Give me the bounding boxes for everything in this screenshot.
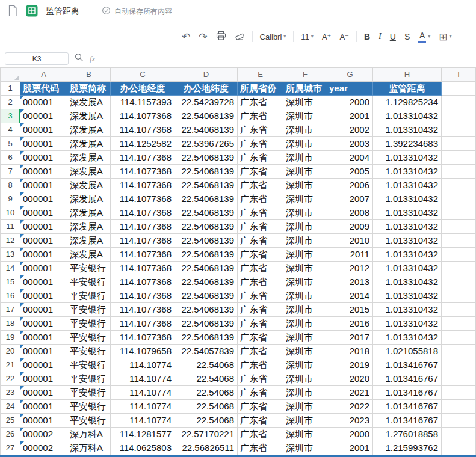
- cell[interactable]: 000001: [20, 96, 67, 109]
- bottom-scrollbar[interactable]: [0, 455, 476, 457]
- cell[interactable]: [442, 317, 476, 331]
- cell[interactable]: 深圳市: [283, 165, 327, 179]
- cell[interactable]: 深圳市: [283, 123, 327, 137]
- cell[interactable]: 22.54068139: [175, 206, 238, 220]
- cell[interactable]: 000001: [20, 400, 67, 414]
- cell[interactable]: 22.54239728: [175, 96, 238, 109]
- cell[interactable]: 1.013416767: [373, 358, 442, 372]
- cell[interactable]: 000001: [20, 206, 67, 220]
- cell[interactable]: 114.1077368: [111, 303, 175, 317]
- cell[interactable]: 广东省: [238, 372, 283, 386]
- cell[interactable]: 000001: [20, 262, 67, 275]
- cell[interactable]: 114.1077368: [111, 206, 175, 220]
- cell[interactable]: 1.013310432: [373, 331, 442, 345]
- row-header-12[interactable]: 12: [1, 234, 20, 248]
- cell[interactable]: 114.1077368: [111, 248, 175, 262]
- cell[interactable]: 114.1281577: [111, 428, 175, 441]
- font-size-select[interactable]: 11 ▾: [300, 31, 315, 43]
- print-button[interactable]: [215, 29, 227, 44]
- cell[interactable]: 2000: [327, 428, 373, 441]
- cell[interactable]: 1.013310432: [373, 109, 442, 123]
- cell[interactable]: 000001: [20, 386, 67, 400]
- cell[interactable]: 深圳市: [283, 358, 327, 372]
- cell[interactable]: 2000: [327, 96, 373, 109]
- redo-button[interactable]: ↷: [197, 30, 208, 44]
- cell[interactable]: 深万科A: [67, 441, 111, 455]
- cell[interactable]: 2010: [327, 234, 373, 248]
- cell[interactable]: 1.013310432: [373, 123, 442, 137]
- cell[interactable]: 22.54068: [175, 414, 238, 428]
- column-header-F[interactable]: F: [283, 68, 327, 82]
- cell[interactable]: 000001: [20, 372, 67, 386]
- cell[interactable]: 深发展A: [67, 109, 111, 123]
- cell[interactable]: 2013: [327, 275, 373, 289]
- cell[interactable]: 深圳市: [283, 137, 327, 151]
- cell[interactable]: [442, 441, 476, 455]
- cell[interactable]: 深发展A: [67, 192, 111, 206]
- cell[interactable]: 平安银行: [67, 275, 111, 289]
- cell[interactable]: 22.54068: [175, 386, 238, 400]
- column-header-D[interactable]: D: [175, 68, 238, 82]
- cell[interactable]: 000001: [20, 358, 67, 372]
- cell[interactable]: 1.013416767: [373, 400, 442, 414]
- column-header-C[interactable]: C: [111, 68, 175, 82]
- cell[interactable]: 000002: [20, 441, 67, 455]
- cell[interactable]: 2023: [327, 414, 373, 428]
- row-header-8[interactable]: 8: [1, 179, 20, 192]
- bold-button[interactable]: B: [363, 31, 371, 43]
- cell[interactable]: 114.1157393: [111, 96, 175, 109]
- cell[interactable]: 000001: [20, 289, 67, 303]
- cell[interactable]: 深发展A: [67, 206, 111, 220]
- strikethrough-button[interactable]: S: [403, 31, 411, 43]
- cell[interactable]: 广东省: [238, 165, 283, 179]
- cell[interactable]: 广东省: [238, 441, 283, 455]
- header-cell[interactable]: 股票简称: [67, 82, 111, 96]
- cell[interactable]: 22.54068139: [175, 331, 238, 345]
- cell[interactable]: 114.1077368: [111, 289, 175, 303]
- cell[interactable]: 深圳市: [283, 192, 327, 206]
- cell[interactable]: 2002: [327, 123, 373, 137]
- cell[interactable]: 2005: [327, 165, 373, 179]
- row-header-18[interactable]: 18: [1, 317, 20, 331]
- cell[interactable]: 2011: [327, 248, 373, 262]
- cell[interactable]: 1.021055818: [373, 345, 442, 358]
- cell[interactable]: 114.1077368: [111, 234, 175, 248]
- cell[interactable]: 114.0625803: [111, 441, 175, 455]
- cell[interactable]: [442, 179, 476, 192]
- cell[interactable]: 2009: [327, 220, 373, 234]
- cell[interactable]: 22.54068139: [175, 317, 238, 331]
- header-cell[interactable]: 办公地经度: [111, 82, 175, 96]
- cell[interactable]: 2015: [327, 303, 373, 317]
- cell[interactable]: [442, 82, 476, 96]
- header-cell[interactable]: 股票代码: [20, 82, 67, 96]
- cell[interactable]: 114.1077368: [111, 331, 175, 345]
- formula-input[interactable]: [101, 51, 471, 67]
- cell[interactable]: [442, 303, 476, 317]
- cell[interactable]: 114.1077368: [111, 220, 175, 234]
- cell[interactable]: 平安银行: [67, 303, 111, 317]
- cell[interactable]: 广东省: [238, 400, 283, 414]
- cell[interactable]: 22.54057839: [175, 345, 238, 358]
- cell[interactable]: 22.54068: [175, 358, 238, 372]
- cell[interactable]: 1.013310432: [373, 248, 442, 262]
- cell[interactable]: 22.54068139: [175, 109, 238, 123]
- cell[interactable]: 1.013310432: [373, 303, 442, 317]
- cell[interactable]: [442, 400, 476, 414]
- cell[interactable]: 平安银行: [67, 331, 111, 345]
- cell[interactable]: 2019: [327, 358, 373, 372]
- cell[interactable]: 114.1077368: [111, 275, 175, 289]
- font-name-select[interactable]: Calibri ▾: [259, 31, 288, 43]
- cell[interactable]: 广东省: [238, 137, 283, 151]
- cell[interactable]: 2018: [327, 345, 373, 358]
- cell[interactable]: [442, 262, 476, 275]
- cell[interactable]: [442, 428, 476, 441]
- cell[interactable]: 深圳市: [283, 428, 327, 441]
- row-header-2[interactable]: 2: [1, 96, 20, 109]
- row-header-19[interactable]: 19: [1, 331, 20, 345]
- cell[interactable]: 深发展A: [67, 248, 111, 262]
- column-header-E[interactable]: E: [238, 68, 283, 82]
- cell[interactable]: 1.013416767: [373, 372, 442, 386]
- cell[interactable]: 深圳市: [283, 372, 327, 386]
- row-header-3[interactable]: 3: [1, 109, 20, 123]
- cell[interactable]: 深圳市: [283, 345, 327, 358]
